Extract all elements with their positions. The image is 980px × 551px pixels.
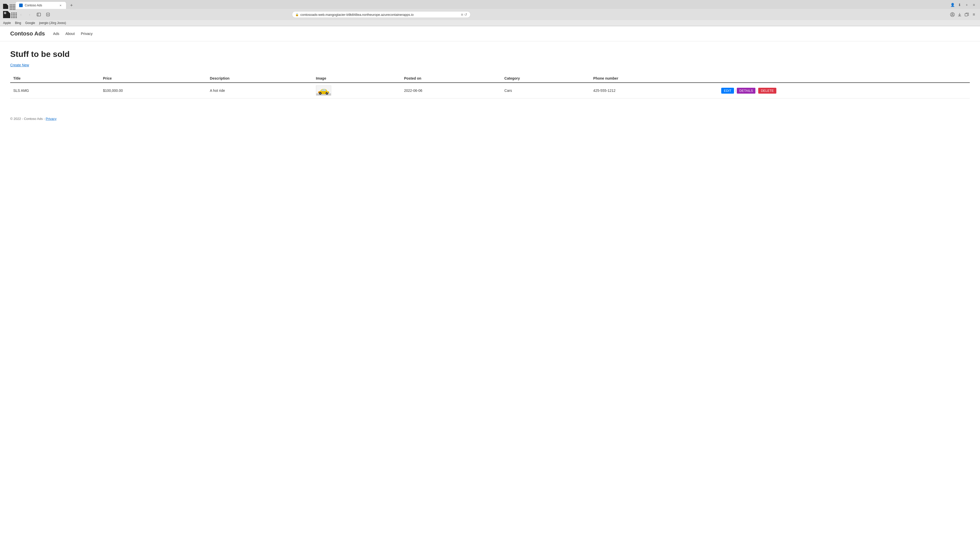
cell-actions: EDIT | DETAILS | DELETE — [718, 83, 970, 98]
forward-button[interactable]: › — [26, 11, 33, 18]
edit-button[interactable]: EDIT — [721, 88, 734, 94]
separator-1: | — [735, 89, 736, 92]
col-posted-on: Posted on — [401, 74, 501, 83]
bookmarks-bar: Apple Bing Google joergio (Jörg Jooss) — [0, 20, 980, 26]
browser-toolbar: ‹ › 🔒 contosoads-web.mangoglacier-b9b848… — [0, 9, 980, 20]
details-button[interactable]: DETAILS — [737, 88, 756, 94]
address-actions: ⊞ ↺ — [461, 13, 467, 17]
cell-category: Cars — [501, 83, 590, 98]
car-image — [316, 86, 331, 96]
webpage-content: Contoso Ads Ads About Privacy Stuff to b… — [0, 26, 980, 551]
tab-close-button[interactable]: ✕ — [59, 3, 62, 7]
col-price: Price — [100, 74, 207, 83]
svg-point-14 — [327, 92, 328, 93]
browser-logo — [3, 4, 8, 9]
back-button[interactable]: ‹ — [18, 11, 24, 18]
col-image: Image — [313, 74, 401, 83]
menu-icon[interactable]: ≡ — [971, 2, 977, 8]
toolbar-right: ≡ — [950, 11, 977, 17]
delete-button[interactable]: DELETE — [758, 88, 776, 94]
site-footer: © 2022 - Contoso Ads - Privacy — [0, 112, 980, 126]
reader-view-icon[interactable]: ⊞ — [461, 13, 463, 16]
col-actions — [718, 74, 970, 83]
url-text: contosoads-web.mangoglacier-b9b848ea.nor… — [301, 13, 460, 17]
ads-table: Title Price Description Image Posted on … — [10, 74, 970, 98]
footer-privacy-link[interactable]: Privacy — [46, 117, 57, 121]
new-tab-button[interactable]: + — [68, 2, 75, 9]
nav-privacy[interactable]: Privacy — [81, 32, 93, 36]
apps-icon[interactable] — [10, 4, 14, 8]
site-header: Contoso Ads Ads About Privacy — [0, 26, 980, 41]
table-header: Title Price Description Image Posted on … — [10, 74, 970, 83]
svg-rect-6 — [965, 14, 967, 16]
add-tab-icon[interactable]: + — [964, 2, 970, 8]
cell-image — [313, 83, 401, 98]
main-content: Stuff to be sold Create New Title Price … — [0, 41, 980, 106]
extensions-area: ≡ — [950, 11, 977, 17]
reload-button[interactable]: ↺ — [464, 13, 467, 17]
page-title: Stuff to be sold — [10, 49, 970, 59]
action-buttons: EDIT | DETAILS | DELETE — [721, 88, 967, 94]
site-brand: Contoso Ads — [10, 30, 45, 37]
download-arrow-icon[interactable] — [956, 11, 963, 17]
browser-icon — [3, 11, 10, 18]
separator-2: | — [756, 89, 757, 92]
table-body: SLS AMG $100,000.00 A hot ride — [10, 83, 970, 98]
col-category: Category — [501, 74, 590, 83]
svg-point-11 — [320, 93, 321, 94]
col-description: Description — [207, 74, 313, 83]
cell-description: A hot ride — [207, 83, 313, 98]
account-icon[interactable]: 👤 — [950, 2, 956, 8]
create-new-link[interactable]: Create New — [10, 63, 29, 67]
col-phone: Phone number — [590, 74, 718, 83]
account-circle-icon[interactable] — [950, 11, 956, 17]
download-icon[interactable]: ⬇ — [956, 2, 963, 8]
svg-rect-2 — [46, 13, 49, 16]
sidebar-button[interactable] — [35, 11, 42, 18]
nav-controls: ‹ › — [18, 11, 33, 18]
nav-about[interactable]: About — [65, 32, 75, 36]
nav-ads[interactable]: Ads — [53, 32, 59, 36]
svg-point-15 — [318, 92, 319, 93]
site-nav: Contoso Ads Ads About Privacy — [10, 26, 970, 41]
svg-rect-0 — [37, 13, 41, 16]
address-bar[interactable]: 🔒 contosoads-web.mangoglacier-b9b848ea.n… — [292, 11, 471, 18]
lock-icon: 🔒 — [295, 13, 299, 16]
bookmark-bing[interactable]: Bing — [15, 21, 21, 25]
pocket-button[interactable] — [45, 11, 52, 18]
col-title: Title — [10, 74, 100, 83]
cell-title: SLS AMG — [10, 83, 100, 98]
tab-title-label: Contoso Ads — [25, 3, 56, 7]
svg-point-13 — [326, 93, 328, 94]
footer-copyright: © 2022 - Contoso Ads - — [10, 117, 45, 121]
bookmark-user[interactable]: joergio (Jörg Jooss) — [39, 21, 66, 25]
bookmark-apple[interactable]: Apple — [3, 21, 11, 25]
tab-bar: Contoso Ads ✕ + 👤 ⬇ + ≡ — [0, 0, 980, 9]
cell-posted-on: 2022-06-06 — [401, 83, 501, 98]
tab-favicon — [19, 3, 23, 7]
active-tab[interactable]: Contoso Ads ✕ — [15, 2, 66, 9]
cell-price: $100,000.00 — [100, 83, 207, 98]
browser-chrome: Contoso Ads ✕ + 👤 ⬇ + ≡ — [0, 0, 980, 26]
table-row: SLS AMG $100,000.00 A hot ride — [10, 83, 970, 98]
open-tabs-icon[interactable] — [964, 11, 970, 17]
cell-phone: 425-555-1212 — [590, 83, 718, 98]
grid-menu-icon[interactable] — [11, 13, 15, 17]
menu-dots-icon[interactable]: ≡ — [971, 11, 977, 17]
svg-point-4 — [952, 13, 953, 15]
bookmark-google[interactable]: Google — [25, 21, 35, 25]
